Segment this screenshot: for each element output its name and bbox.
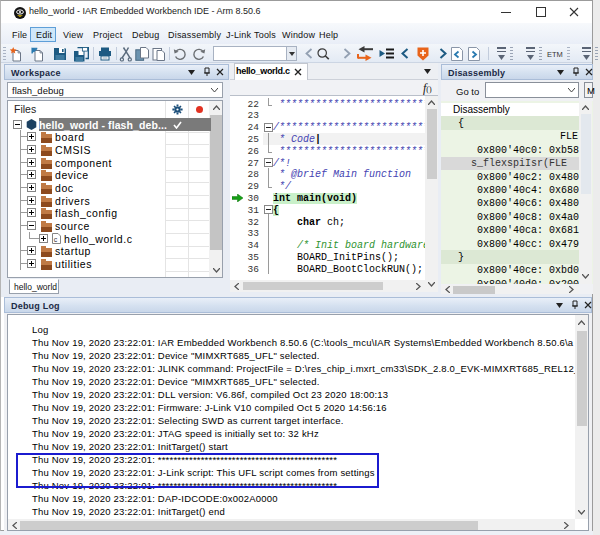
svg-text:c: c [54,235,58,242]
